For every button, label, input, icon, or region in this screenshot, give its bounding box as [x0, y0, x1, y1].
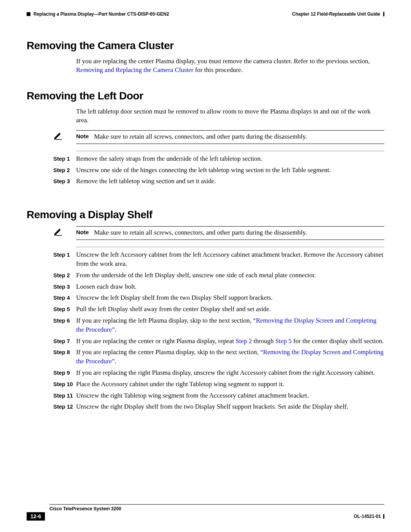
pencil-icon [53, 226, 63, 236]
step-label: Step 4 [53, 293, 76, 302]
note-icon-col [53, 130, 76, 142]
note-text: Make sure to retain all screws, connecto… [94, 229, 307, 236]
header-left: Replacing a Plasma Display—Part Number C… [27, 11, 169, 17]
heading-display-shelf: Removing a Display Shelf [27, 209, 384, 221]
step-row: Step 4 Unscrew the left Display shelf fr… [53, 293, 384, 302]
step-row: Step 8 If you are replacing the center P… [53, 348, 384, 366]
header-section: Replacing a Plasma Display—Part Number C… [33, 11, 169, 17]
link-step2[interactable]: Step 2 [236, 337, 252, 345]
step-text: If you are replacing the right Plasma di… [76, 368, 384, 377]
text: for the center display shelf section. [292, 337, 384, 345]
step-label: Step 3 [53, 282, 76, 291]
step-row: Step 3 Remove the left tabletop wing sec… [53, 177, 384, 186]
step-label: Step 11 [53, 391, 76, 400]
note-block: Note Make sure to retain all screws, con… [53, 130, 384, 144]
note-content: Note Make sure to retain all screws, con… [76, 130, 384, 144]
text: If you are replacing the center Plasma d… [76, 58, 370, 65]
text: If you are replacing the center or right… [76, 337, 236, 345]
footer-bar-icon [383, 514, 384, 519]
step-text: From the underside of the left Display s… [76, 271, 384, 280]
note-label: Note [76, 133, 89, 141]
step-label: Step 1 [53, 250, 76, 268]
divider [76, 151, 384, 151]
step-row: Step 12 Unscrew the right Display shelf … [53, 402, 384, 411]
step-label: Step 12 [53, 402, 76, 411]
step-text: Unscrew the right Display shelf from the… [76, 402, 384, 411]
text: through [252, 337, 275, 345]
step-text: Place the Accessory cabinet under the ri… [76, 380, 384, 389]
text: If you are replacing the left Plasma dis… [76, 317, 253, 324]
link-removing-camera-cluster[interactable]: Removing and Replacing the Camera Cluste… [76, 66, 193, 73]
step-row: Step 9 If you are replacing the right Pl… [53, 368, 384, 377]
step-row: Step 10 Place the Accessory cabinet unde… [53, 380, 384, 389]
step-text: Unscrew the left Display shelf from the … [76, 293, 384, 302]
step-label: Step 3 [53, 177, 76, 186]
step-row: Step 1 Remove the safety straps from the… [53, 154, 384, 163]
step-label: Step 2 [53, 166, 76, 175]
step-text: If you are replacing the center or right… [76, 337, 384, 346]
heading-camera-cluster: Removing the Camera Cluster [27, 40, 384, 52]
step-label: Step 1 [53, 154, 76, 163]
step-text: Remove the safety straps from the unders… [76, 154, 384, 163]
note-text: Make sure to retain all screws, connecto… [94, 133, 307, 141]
step-text: Unscrew one side of the hinges connectin… [76, 166, 384, 175]
running-header: Replacing a Plasma Display—Part Number C… [27, 11, 384, 17]
step-label: Step 2 [53, 271, 76, 280]
page: Replacing a Plasma Display—Part Number C… [0, 0, 411, 532]
footer-bottom: 12-6 OL-14521-01 [27, 512, 384, 521]
header-right: Chapter 12 Field-Replaceable Unit Guide [292, 11, 384, 17]
step-row: Step 5 Pull the left Display shelf away … [53, 305, 384, 314]
text: If you are replacing the center Plasma d… [76, 348, 260, 356]
step-label: Step 10 [53, 380, 76, 389]
step-text: Unscrew the right Tabletop wing segment … [76, 391, 384, 400]
text: for this procedure. [193, 66, 242, 73]
paragraph: The left tabletop door section must be r… [76, 107, 384, 125]
pencil-icon [53, 130, 63, 140]
note-content: Note Make sure to retain all screws, con… [76, 226, 384, 240]
header-chapter: Chapter 12 Field-Replaceable Unit Guide [292, 11, 380, 17]
step-row: Step 2 Unscrew one side of the hinges co… [53, 166, 384, 175]
step-label: Step 8 [53, 348, 76, 366]
doc-id-text: OL-14521-01 [354, 514, 381, 519]
note-block: Note Make sure to retain all screws, con… [53, 226, 384, 240]
page-number: 12-6 [27, 512, 45, 521]
step-row: Step 11 Unscrew the right Tabletop wing … [53, 391, 384, 400]
step-row: Step 1 Unscrew the left Accessory cabine… [53, 250, 384, 268]
step-row: Step 6 If you are replacing the left Pla… [53, 316, 384, 334]
note-label: Note [76, 229, 89, 236]
step-label: Step 5 [53, 305, 76, 314]
divider [76, 247, 384, 247]
step-text: Remove the left tabletop wing section an… [76, 177, 384, 186]
heading-left-door: Removing the Left Door [27, 90, 384, 102]
step-row: Step 3 Loosen each draw bolt. [53, 282, 384, 291]
doc-id: OL-14521-01 [354, 514, 384, 519]
step-row: Step 7 If you are replacing the center o… [53, 337, 384, 346]
text: . [115, 358, 116, 365]
step-text: Loosen each draw bolt. [76, 282, 384, 291]
step-label: Step 7 [53, 337, 76, 346]
footer: Cisco TelePresence System 3200 12-6 OL-1… [27, 504, 384, 521]
footer-book-title: Cisco TelePresence System 3200 [49, 504, 384, 511]
step-label: Step 9 [53, 368, 76, 377]
header-square-icon [27, 12, 30, 16]
step-row: Step 2 From the underside of the left Di… [53, 271, 384, 280]
header-bar-icon [383, 12, 384, 16]
step-text: Pull the left Display shelf away from th… [76, 305, 384, 314]
step-text: If you are replacing the center Plasma d… [76, 348, 384, 366]
step-text: Unscrew the left Accessory cabinet from … [76, 250, 384, 268]
step-label: Step 6 [53, 316, 76, 334]
link-step5[interactable]: Step 5 [275, 337, 292, 345]
step-text: If you are replacing the left Plasma dis… [76, 316, 384, 334]
text: . [115, 326, 116, 333]
note-icon-col [53, 226, 76, 238]
paragraph: If you are replacing the center Plasma d… [76, 57, 384, 75]
